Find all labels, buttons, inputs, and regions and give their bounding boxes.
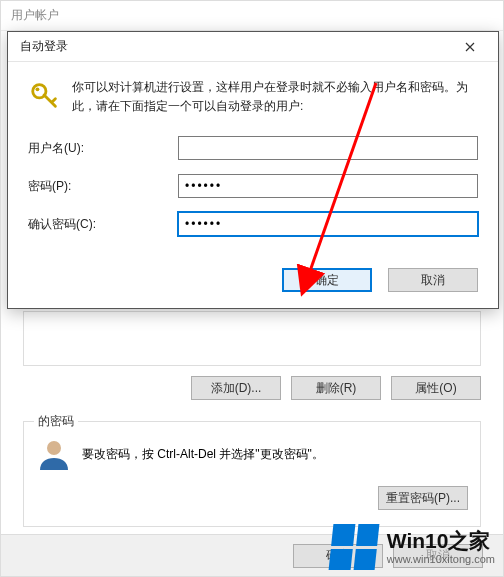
close-icon[interactable]	[450, 33, 490, 61]
confirm-password-row: 确认密码(C):	[28, 212, 478, 236]
svg-point-2	[36, 87, 40, 91]
ok-button[interactable]: 确定	[282, 268, 372, 292]
password-hint-text: 要改密码，按 Ctrl-Alt-Del 并选择"更改密码"。	[82, 446, 324, 463]
user-list-panel	[23, 311, 481, 366]
password-input[interactable]	[178, 174, 478, 198]
properties-button[interactable]: 属性(O)	[391, 376, 481, 400]
dialog-body: 你可以对计算机进行设置，这样用户在登录时就不必输入用户名和密码。为此，请在下面指…	[8, 62, 498, 262]
username-label: 用户名(U):	[28, 140, 178, 157]
windows-logo-icon	[328, 524, 379, 570]
confirm-password-label: 确认密码(C):	[28, 216, 178, 233]
user-avatar-icon	[36, 436, 72, 472]
dialog-title: 自动登录	[20, 38, 68, 55]
watermark-url: www.win10xitong.com	[387, 553, 495, 566]
user-list-buttons: 添加(D)... 删除(R) 属性(O)	[23, 376, 481, 400]
password-label: 密码(P):	[28, 178, 178, 195]
svg-point-0	[47, 441, 61, 455]
keys-icon	[28, 78, 62, 112]
reset-password-button[interactable]: 重置密码(P)...	[378, 486, 468, 510]
password-group-legend: 的密码	[34, 413, 78, 430]
cancel-button[interactable]: 取消	[388, 268, 478, 292]
auto-login-dialog: 自动登录 你可以对计算机进行设置，这样用户在登录时就不必输入用户名和密码。为此，…	[7, 31, 499, 309]
parent-titlebar: 用户帐户	[1, 1, 503, 31]
password-row: 密码(P):	[28, 174, 478, 198]
delete-button[interactable]: 删除(R)	[291, 376, 381, 400]
watermark: Win10之家 www.win10xitong.com	[331, 524, 495, 570]
add-button[interactable]: 添加(D)...	[191, 376, 281, 400]
username-row: 用户名(U):	[28, 136, 478, 160]
watermark-brand: Win10之家	[387, 529, 495, 553]
username-input[interactable]	[178, 136, 478, 160]
confirm-password-input[interactable]	[178, 212, 478, 236]
password-group: 的密码 要改密码，按 Ctrl-Alt-Del 并选择"更改密码"。 重置密码(…	[23, 421, 481, 527]
dialog-description: 你可以对计算机进行设置，这样用户在登录时就不必输入用户名和密码。为此，请在下面指…	[72, 78, 478, 116]
dialog-titlebar: 自动登录	[8, 32, 498, 62]
dialog-button-row: 确定 取消	[8, 262, 498, 292]
parent-title: 用户帐户	[11, 7, 59, 24]
